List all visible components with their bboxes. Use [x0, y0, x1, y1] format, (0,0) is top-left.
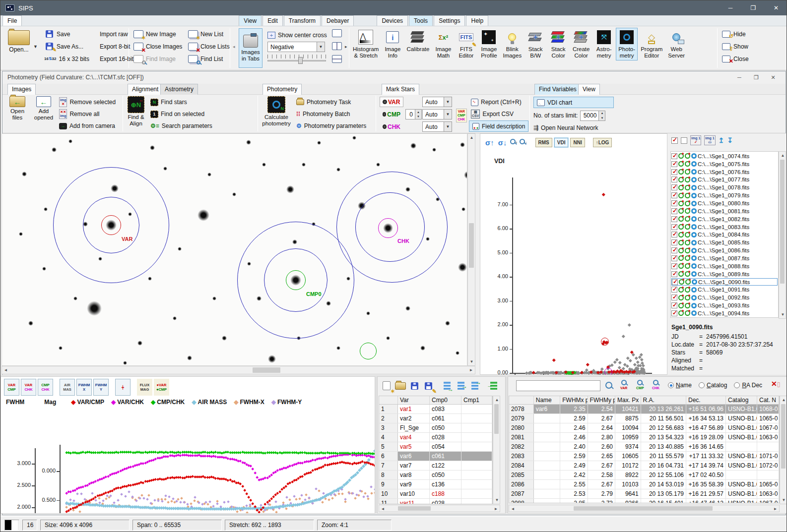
remove-all-button[interactable]: ✕✕img Remove all [59, 109, 99, 119]
ribbon-item-show[interactable]: ⇧Show [721, 40, 749, 53]
radio-circle[interactable] [668, 382, 674, 388]
search-icon[interactable] [605, 382, 612, 390]
star-table-row[interactable]: 20792.592.67887520 11 56.501+16 34 53.13… [509, 414, 779, 423]
ribbon-button-photo-metry[interactable]: Photo-metry [616, 28, 638, 60]
mark-var-button[interactable]: VAR [380, 97, 403, 107]
photometry-batch-button[interactable]: ⁞⁞ Photometry Batch [296, 109, 350, 119]
file-row[interactable]: ✓C:\...\Sge1_0089.fits [671, 270, 778, 278]
img-check-icon[interactable]: img 1✓ [690, 135, 701, 145]
star-table-row[interactable]: 20882.852.73926620 16 15.401+16 47 46.12… [509, 499, 779, 503]
column-header-var[interactable]: Var [398, 396, 430, 404]
var-table-row[interactable]: 4var4c028 [379, 433, 492, 442]
check-red-icon[interactable]: ✓ [671, 239, 677, 245]
find-var-icon[interactable]: VAR [620, 380, 627, 390]
report-button[interactable]: ∿ Report (Ctrl+R) [471, 97, 522, 108]
star-table-row[interactable]: 20862.552.671010320 14 53.019+16 35 58.3… [509, 480, 779, 489]
menu-tab-debayer[interactable]: Debayer [322, 15, 354, 26]
field-horizontal-scrollbar[interactable]: ◄ ► [1, 366, 475, 374]
open-neural-network-button[interactable]: ⇶ Open Neural Network [533, 122, 598, 133]
cmp-auto-select[interactable]: Auto▼ [422, 109, 452, 119]
file-row[interactable]: ✓C:\...\Sge1_0085.fits [671, 238, 778, 246]
nni-button[interactable]: NNI [570, 138, 585, 147]
slider-thumb[interactable] [298, 57, 303, 64]
chk-auto-select[interactable]: Auto▼ [422, 121, 452, 132]
export-csv-button[interactable]: ▤CSV Export CSV [471, 109, 514, 119]
file-row[interactable]: ✓C:\...\Sge1_0080.fits [671, 199, 778, 207]
ribbon-button-stack-color[interactable]: +StackColor [547, 28, 569, 60]
var-table-row[interactable]: 10var10c188 [379, 489, 492, 499]
column-header-cmp1[interactable]: Cmp1 [461, 396, 492, 404]
phot-tab-find-variables[interactable]: Find Variables [534, 84, 581, 95]
menu-tab-devices[interactable]: Devices [377, 15, 408, 26]
check-all-icon[interactable]: ✓ [671, 137, 678, 144]
vdi-button[interactable]: VDI [554, 138, 569, 147]
file-row[interactable]: ✓C:\...\Sge1_0077.fits [671, 176, 778, 184]
minimize-button[interactable]: ─ [719, 0, 742, 15]
insert-row-icon[interactable]: → [488, 380, 500, 392]
var-table-row[interactable]: 6var6c061 [379, 452, 492, 461]
phot-tab-astrometry[interactable]: Astrometry [160, 84, 198, 95]
move-row-right-icon[interactable]: → [455, 380, 467, 392]
check-red-icon[interactable]: ✓ [671, 184, 677, 190]
check-red-icon[interactable]: ✓ [672, 279, 678, 285]
scroll-thumb[interactable] [253, 367, 280, 373]
star-search-input[interactable] [516, 380, 600, 391]
ribbon-item-save-as[interactable]: ✎Save As... [44, 40, 89, 53]
stretch-slider[interactable] [267, 55, 326, 68]
light-curve-plot[interactable]: 3.0002.5002.0001.5000.0000.5001.00057996… [1, 377, 375, 514]
radio-ra-dec[interactable]: RA Dec [734, 382, 762, 389]
ribbon-item-close[interactable]: ✕Close [721, 53, 749, 65]
log-button[interactable]: ↑LOG [593, 138, 612, 147]
column-header-name[interactable]: Name [534, 396, 561, 404]
find-cmp-icon[interactable]: CMP [636, 380, 644, 390]
scroll-thumb[interactable] [469, 223, 474, 268]
stars-limit-spinner[interactable]: 5000▲▼ [580, 111, 605, 121]
check-red-icon[interactable]: ✓ [671, 302, 677, 308]
ribbon-item-close-lists[interactable]: ✕Close Lists [188, 40, 230, 53]
ribbon-button-calibrate[interactable]: Calibrate [404, 28, 431, 60]
ribbon-button-astro-metry[interactable]: ⤧Astro-metry [593, 28, 615, 60]
star-table-row[interactable]: 2078var62.352.541042120 13 26.261+16 51 … [509, 405, 779, 414]
file-row[interactable]: ✓C:\...\Sge1_0081.fits [671, 207, 778, 215]
show-center-cross-button[interactable]: + Show center cross [267, 29, 327, 41]
var-table-row[interactable]: 11var11c028 [379, 499, 492, 504]
column-header-catalog[interactable]: Catalog [726, 396, 757, 404]
file-row[interactable]: ✓C:\...\Sge1_0093.fits [671, 301, 778, 309]
find-align-button[interactable]: ⊕N↔ Find &Align [125, 96, 147, 127]
ribbon-button-image-profile[interactable]: ✦✦ImageProfile [478, 28, 500, 60]
scroll-down-icon[interactable]: ▼ [779, 311, 787, 318]
star-table-row[interactable]: 20832.592.651060520 11 55.579+17 11 33.3… [509, 452, 779, 461]
star-table-row[interactable]: 20852.422.58892220 12 55.106+17 02 40.50 [509, 471, 779, 480]
star-table-row[interactable]: 20842.492.671017220 16 04.731+17 14 39.7… [509, 461, 779, 471]
check-red-icon[interactable]: ✓ [671, 177, 677, 182]
var-auto-select[interactable]: Auto▼ [422, 97, 452, 107]
star-table-row[interactable]: 20802.462.641009420 12 56.683+16 47 56.8… [509, 423, 779, 433]
phot-tab-images[interactable]: Images [7, 84, 36, 95]
scroll-down-icon[interactable]: ▼ [468, 358, 475, 365]
mark-chk-button[interactable]: CHK [380, 121, 403, 132]
file-list-scrollbar[interactable]: ▲ ▼ [779, 151, 786, 319]
ribbon-button-program-editor[interactable]: ◇ProgramEditor [639, 28, 664, 60]
check-red-icon[interactable]: ✓ [671, 287, 677, 293]
find-stars-button[interactable]: N Find stars [150, 97, 187, 108]
file-row[interactable]: ✓C:\...\Sge1_0082.fits [671, 215, 778, 223]
radio-catalog[interactable]: Catalog [699, 382, 727, 389]
move-top-icon[interactable]: ↥ [719, 136, 724, 144]
file-row[interactable]: ✓C:\...\Sge1_0091.fits [671, 286, 778, 294]
column-header-fwhmx-p[interactable]: FWHMx p [560, 396, 588, 404]
ribbon-item-save[interactable]: Save [44, 28, 89, 40]
check-red-icon[interactable]: ✓ [671, 153, 677, 159]
ribbon-button-image-info[interactable]: iImageInfo [382, 28, 403, 60]
var-table-row[interactable]: 8var8c050 [379, 471, 492, 480]
phot-tab-mark-stars[interactable]: Mark Stars [382, 84, 419, 95]
scroll-thumb[interactable] [780, 160, 785, 284]
field-description-button[interactable]: ●● Field description [469, 120, 528, 132]
check-red-icon[interactable]: ✓ [671, 224, 677, 230]
scroll-up-icon[interactable]: ▲ [468, 134, 475, 141]
check-red-icon[interactable]: ✓ [671, 169, 677, 175]
var-table-row[interactable]: 7var7c122 [379, 461, 492, 471]
cmp-count-spinner[interactable]: 0▲▼ [405, 109, 422, 119]
file-row[interactable]: ✓C:\...\Sge1_0074.fits [671, 152, 778, 160]
var-table-row[interactable]: 5var5c054 [379, 442, 492, 452]
check-red-icon[interactable]: ✓ [671, 216, 677, 222]
